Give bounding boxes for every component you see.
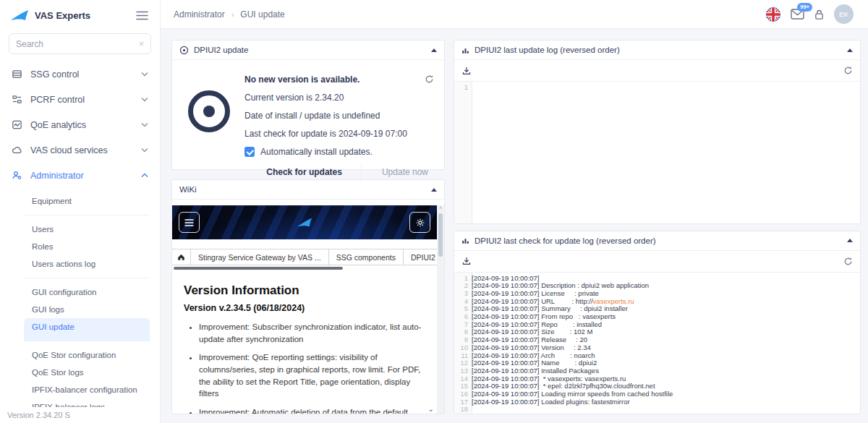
update-buttons-row: Check for updates Update now <box>244 163 434 181</box>
auto-update-row: Automatically install updates. <box>244 147 434 157</box>
last-check-log-panel: DPIUI2 last check for update log (revers… <box>454 231 861 415</box>
right-column: DPIUI2 last update log (reversed order) <box>454 40 861 414</box>
sidebar-subitem[interactable]: Roles <box>24 238 150 255</box>
content: DPIUI2 update No new version is availabl… <box>161 29 868 423</box>
chevron-up-icon <box>141 173 148 178</box>
update-now-button[interactable]: Update now <box>361 163 431 181</box>
log-line: 10[2024-09-19 10:00:07] Version : 2.34 <box>454 344 860 352</box>
search-clear-icon[interactable]: × <box>139 40 144 48</box>
wiki-scroll-down-chevron-icon[interactable]: ⌄ <box>428 405 434 413</box>
refresh-log-button[interactable] <box>843 66 853 75</box>
install-date-text: Date of install / update is undefined <box>244 111 434 121</box>
collapse-panel-button[interactable] <box>431 48 437 52</box>
wiki-settings-gear-icon[interactable] <box>409 212 430 233</box>
log-line: 3[2024-09-19 10:00:07] License : private <box>454 290 860 298</box>
lock-button[interactable] <box>814 9 825 20</box>
messages-count-badge: 99+ <box>797 3 812 12</box>
chevron-down-icon <box>141 72 148 77</box>
sidebar-subitem[interactable]: Users <box>24 221 150 238</box>
auto-update-checkbox[interactable] <box>244 147 255 157</box>
wiki-tab[interactable]: DPIUI2 (GUI - Graphical User Inter... <box>404 249 437 265</box>
sidebar-item-administrator[interactable]: Administrator <box>9 163 151 188</box>
uk-flag-icon <box>765 7 781 22</box>
chevron-down-icon <box>141 122 148 127</box>
breadcrumb: Administrator › GUI update <box>174 9 285 20</box>
scrollbar-up-arrow-icon[interactable]: ˄ <box>437 205 444 210</box>
current-version-text: Current version is 2.34.20 <box>244 93 434 103</box>
sidebar-item-label: SSG control <box>30 69 79 80</box>
sidebar-subitem[interactable]: GUI configuration <box>24 283 150 301</box>
language-flag-button[interactable] <box>765 7 781 22</box>
download-log-button[interactable] <box>461 256 472 266</box>
topbar: Administrator › GUI update <box>161 0 868 29</box>
log-content[interactable]: 1[2024-09-19 10:00:07] 2[2024-09-19 10:0… <box>454 273 860 414</box>
collapse-panel-button[interactable] <box>847 48 853 52</box>
sidebar-subitem[interactable]: QoE Stor logs <box>24 364 150 381</box>
wiki-horizontal-scrollbar <box>172 267 437 270</box>
panel-title: DPIUI2 last update log (reversed order) <box>475 46 620 54</box>
chevron-down-icon <box>141 148 148 153</box>
sidebar-subitem[interactable]: GUI logs <box>24 301 150 318</box>
wiki-vertical-scrollbar[interactable]: ˄ <box>437 205 444 414</box>
sidebar-item-label: PCRF control <box>30 95 85 105</box>
log-content[interactable]: 1 <box>454 82 860 223</box>
wiki-vertical-scrollbar-thumb[interactable] <box>438 213 443 257</box>
wiki-banner <box>172 205 437 239</box>
breadcrumb-item-administrator[interactable]: Administrator <box>174 9 225 20</box>
download-icon <box>461 256 472 266</box>
chart-icon <box>461 46 469 54</box>
log-line: 17[2024-09-19 10:00:07] Loaded plugins: … <box>454 398 860 406</box>
collapse-panel-button[interactable] <box>431 188 437 192</box>
update-panel-body: No new version is available. Current ver… <box>172 60 444 187</box>
left-column: DPIUI2 update No new version is availabl… <box>171 40 445 414</box>
wiki-menu-hamburger-icon[interactable] <box>179 212 200 233</box>
download-log-button[interactable] <box>461 66 472 76</box>
sidebar-subitem[interactable]: QoE Stor configuration <box>24 346 150 364</box>
wiki-horizontal-scrollbar-thumb[interactable] <box>174 267 343 270</box>
sidebar-toggle-hamburger-icon[interactable] <box>136 11 148 20</box>
last-check-text: Last check for update is 2024-09-19 07:0… <box>244 129 434 139</box>
check-for-updates-button[interactable]: Check for updates <box>259 163 349 181</box>
sidebar-item-vas-cloud-services[interactable]: VAS cloud services <box>9 137 151 163</box>
sidebar-subitem[interactable]: IPFIX-balancer logs <box>24 398 150 407</box>
sidebar-subitem[interactable]: GUI update <box>24 318 150 341</box>
wiki-tab[interactable]: Stingray Service Gateway by VAS ... <box>191 249 329 265</box>
panel-title: DPIUI2 update <box>194 46 248 54</box>
log-panel-header: DPIUI2 last update log (reversed order) <box>454 40 860 60</box>
wiki-tab[interactable]: SSG components <box>329 249 404 265</box>
update-target-icon <box>188 90 230 132</box>
collapse-panel-button[interactable] <box>847 239 853 242</box>
wiki-article-subheading: Version v.2.34.5 (06/18/2024) <box>184 303 427 313</box>
update-panel-header: DPIUI2 update <box>172 40 444 60</box>
update-status-text: No new version is available. <box>244 74 434 85</box>
sidebar-subitem[interactable]: Equipment <box>24 192 150 215</box>
admin-submenu: Equipment Users Roles Users actions log … <box>0 188 160 407</box>
chevron-down-icon <box>141 97 148 102</box>
cloud-icon <box>12 145 22 155</box>
log-line: 18 <box>454 406 860 414</box>
wiki-article-heading: Version Information <box>184 283 427 298</box>
refresh-update-status-button[interactable] <box>425 74 434 84</box>
sidebar-item-ssg-control[interactable]: SSG control <box>9 61 151 87</box>
sidebar-subitem[interactable]: Users actions log <box>24 255 150 278</box>
auto-update-label: Automatically install updates. <box>260 147 373 157</box>
sidebar-subitem[interactable]: IPFIX-balancer configuration <box>24 381 150 398</box>
app-version-label: Version 2.34.20 S <box>0 407 160 423</box>
search-input[interactable] <box>16 39 139 49</box>
wiki-home-tab[interactable] <box>172 249 191 265</box>
sidebar-item-pcrf-control[interactable]: PCRF control <box>9 87 151 112</box>
wiki-article: Version Information Version v.2.34.5 (06… <box>172 270 437 414</box>
sidebar-menu: SSG control PCRF control QoE analytics <box>0 61 160 188</box>
qoe-analytics-icon <box>12 119 22 130</box>
home-icon <box>177 253 185 261</box>
brand-name: VAS Experts <box>35 10 90 21</box>
user-avatar[interactable]: EK <box>834 4 854 24</box>
lock-icon <box>814 9 825 20</box>
refresh-log-button[interactable] <box>843 257 853 266</box>
wiki-improvement-item: Improvement: Subscriber synchronization … <box>199 321 427 345</box>
messages-button[interactable]: 99+ <box>791 9 804 20</box>
log-toolbar <box>454 251 860 273</box>
sidebar-item-qoe-analytics[interactable]: QoE analytics <box>9 112 151 137</box>
wiki-site-logo-icon <box>297 217 312 228</box>
wiki-panel: WiKi <box>171 179 445 414</box>
